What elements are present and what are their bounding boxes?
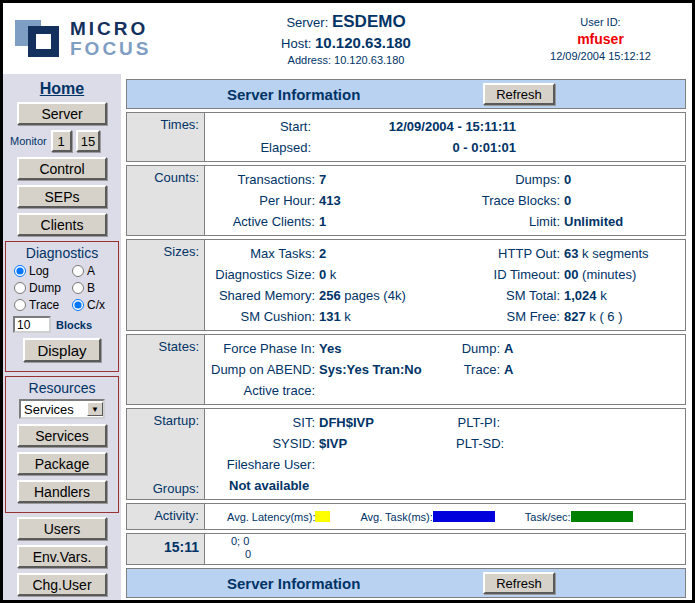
user-id-label: User ID: (517, 16, 684, 28)
states-content: Force Phase In:Yes Dump on ABEND:Sys:Yes… (205, 335, 685, 404)
latency-legend-label: Avg. Latency(ms): (227, 511, 315, 523)
sm-free-label: SM Free: (456, 309, 564, 324)
sm-total-suffix: k (597, 288, 607, 303)
b-radio[interactable] (72, 282, 84, 294)
log-radio[interactable] (14, 265, 26, 277)
a-radio-option[interactable]: A (72, 264, 118, 278)
startup-content: SIT:DFH$IVP SYSID:$IVP Fileshare User: P… (205, 409, 685, 499)
dump-radio[interactable] (14, 282, 26, 294)
clients-button[interactable]: Clients (17, 213, 107, 236)
transactions-label: Transactions: (211, 172, 319, 187)
task-sec-legend-item: Task/sec: (525, 511, 633, 523)
diagnostics-size-label: Diagnostics Size: (211, 267, 319, 282)
host-line: Host: 10.120.63.180 (175, 34, 517, 51)
log-radio-label: Log (29, 264, 49, 278)
microfocus-logo-icon (15, 15, 63, 63)
elapsed-value: 0 - 0:01:01 (311, 140, 516, 155)
server-button[interactable]: Server (17, 102, 107, 125)
states-row-label: States: (127, 335, 205, 404)
resources-select[interactable]: Services ▼ (19, 399, 105, 419)
logo-square-dark (28, 26, 59, 57)
startup-row: Startup: Groups: SIT:DFH$IVP SYSID:$IVP … (126, 408, 686, 500)
monitor-label: Monitor (10, 135, 47, 147)
times-content: Start: 12/09/2004 - 15:11:11 Elapsed: 0 … (205, 113, 685, 161)
sm-cushion-label: SM Cushion: (211, 309, 319, 324)
task-ms-legend-label: Avg. Task(ms): (360, 511, 432, 523)
cx-radio[interactable] (72, 299, 84, 311)
trace-radio[interactable] (14, 299, 26, 311)
sysid-value: $IVP (319, 436, 347, 451)
trace-radio-option[interactable]: Trace (14, 298, 72, 312)
counts-row: Counts: Transactions:7 Per Hour:413 Acti… (126, 165, 686, 236)
control-button[interactable]: Control (17, 157, 107, 180)
seps-button[interactable]: SEPs (17, 185, 107, 208)
server-information-header-bar: Server Information Refresh (126, 79, 686, 109)
home-link[interactable]: Home (3, 80, 121, 98)
user-id-value: mfuser (517, 31, 684, 47)
force-phase-in-label: Force Phase In: (211, 341, 319, 356)
sit-label: SIT: (211, 415, 319, 430)
sizes-row: Sizes: Max Tasks:2 Diagnostics Size:0 k … (126, 239, 686, 331)
monitor-15-button[interactable]: 15 (76, 130, 100, 152)
resources-title: Resources (6, 380, 118, 396)
server-line: Server: ESDEMO (175, 12, 517, 32)
page-title: Server Information (227, 86, 360, 103)
blocks-row: Blocks (6, 316, 118, 333)
package-button[interactable]: Package (17, 452, 107, 475)
dump-state-value: A (504, 341, 513, 356)
envvars-button[interactable]: Env.Vars. (17, 545, 107, 568)
dump-on-abend-value: Sys:Yes Tran:No (319, 362, 422, 377)
latency-color-swatch (315, 511, 330, 522)
page-header: MICRO FOCUS Server: ESDEMO Host: 10.120.… (3, 3, 692, 74)
users-button[interactable]: Users (17, 517, 107, 540)
chguser-button[interactable]: Chg.User (17, 573, 107, 596)
monitor-1-button[interactable]: 1 (51, 130, 72, 152)
server-information-footer-bar: Server Information Refresh (126, 568, 686, 598)
force-phase-in-value: Yes (319, 341, 341, 356)
resources-select-value: Services (21, 402, 87, 417)
http-out-suffix: k segments (578, 246, 648, 261)
counts-content: Transactions:7 Per Hour:413 Active Clien… (205, 166, 685, 235)
log-radio-option[interactable]: Log (14, 264, 72, 278)
sysid-label: SYSID: (211, 436, 319, 451)
active-trace-label: Active trace: (211, 383, 319, 398)
resources-group: Resources Services ▼ Services Package Ha… (5, 376, 119, 513)
activity-legend: Avg. Latency(ms): Avg. Task(ms): Task/se… (227, 507, 679, 526)
server-label: Server: (286, 15, 328, 30)
shared-memory-suffix: pages (4k) (341, 288, 406, 303)
dumps-label: Dumps: (456, 172, 564, 187)
refresh-button-top[interactable]: Refresh (483, 83, 555, 105)
display-button[interactable]: Display (23, 338, 101, 362)
http-out-label: HTTP Out: (456, 246, 564, 261)
limit-value: Unlimited (564, 214, 623, 229)
handlers-button[interactable]: Handlers (17, 480, 107, 503)
logo-word-micro: MICRO (70, 19, 152, 39)
cx-radio-option[interactable]: C/x (72, 298, 118, 312)
dump-radio-label: Dump (29, 281, 61, 295)
server-identity: Server: ESDEMO Host: 10.120.63.180 Addre… (175, 12, 517, 66)
max-tasks-value: 2 (319, 246, 326, 261)
blocks-input[interactable] (13, 316, 51, 333)
b-radio-option[interactable]: B (72, 281, 118, 295)
active-clients-value: 1 (319, 214, 326, 229)
activity-row: Activity: Avg. Latency(ms): Avg. Task(ms… (126, 503, 686, 530)
activity-values: 0; 0 0 (205, 534, 685, 564)
sm-cushion-value: 131 (319, 309, 341, 324)
microfocus-logo: MICRO FOCUS (3, 15, 175, 63)
dropdown-arrow-icon[interactable]: ▼ (87, 402, 103, 416)
groups-label: Groups: (127, 481, 199, 496)
task-sec-color-swatch (571, 511, 633, 522)
task-ms-color-swatch (433, 511, 495, 522)
a-radio[interactable] (72, 265, 84, 277)
sizes-content: Max Tasks:2 Diagnostics Size:0 k Shared … (205, 240, 685, 330)
main-panel: Server Information Refresh Times: Start:… (121, 74, 692, 600)
startup-row-label: Startup: Groups: (127, 409, 205, 499)
services-button[interactable]: Services (17, 424, 107, 447)
refresh-button-bottom[interactable]: Refresh (483, 572, 555, 594)
per-hour-label: Per Hour: (211, 193, 319, 208)
dump-radio-option[interactable]: Dump (14, 281, 72, 295)
id-timeout-suffix: (minutes) (578, 267, 636, 282)
sm-free-suffix: k ( 6 ) (586, 309, 623, 324)
max-tasks-label: Max Tasks: (211, 246, 319, 261)
activity-time-label: 15:11 (127, 534, 205, 564)
